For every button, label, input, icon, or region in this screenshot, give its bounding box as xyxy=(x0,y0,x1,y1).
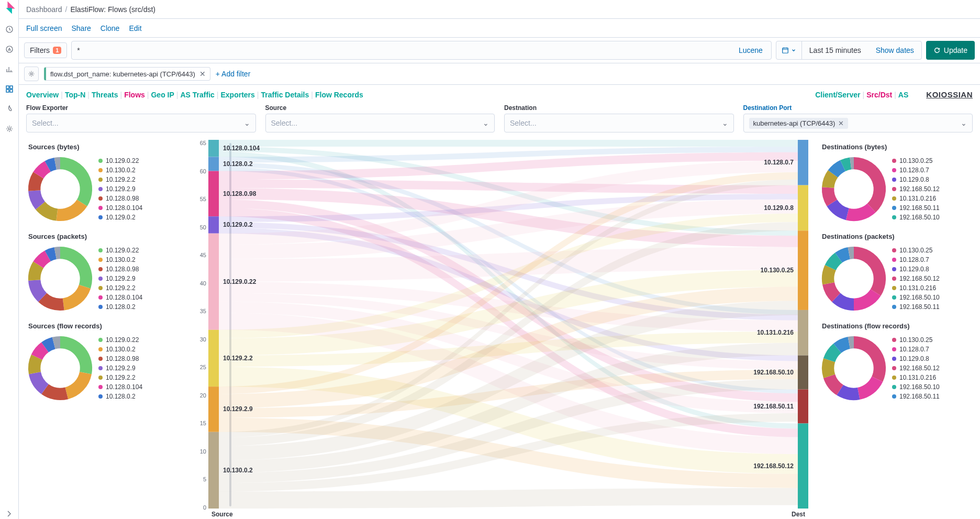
legend-item[interactable]: 10.128.0.7 xyxy=(892,167,973,174)
legend-item[interactable]: 192.168.50.12 xyxy=(892,275,973,282)
legend-item[interactable]: 10.128.0.104 xyxy=(98,294,179,301)
legend-item[interactable]: 10.129.2.9 xyxy=(98,365,179,372)
dest-flows-donut[interactable] xyxy=(820,334,888,402)
dashboard-icon[interactable] xyxy=(4,84,15,94)
legend-label: 192.168.50.11 xyxy=(899,393,940,400)
tab-as-traffic[interactable]: AS Traffic xyxy=(180,91,214,99)
tabs-left: Overview|Top-N|Threats|Flows|Geo IP|AS T… xyxy=(26,91,363,99)
destination-select[interactable]: Select...⌄ xyxy=(504,114,734,132)
calendar-button[interactable] xyxy=(776,41,802,59)
legend-item[interactable]: 10.129.0.8 xyxy=(892,355,973,362)
flow-exporter-select[interactable]: Select...⌄ xyxy=(26,114,256,132)
brand-name[interactable]: KOIOSSIAN xyxy=(926,90,973,99)
legend-item[interactable]: 10.129.0.22 xyxy=(98,247,179,254)
tab-top-n[interactable]: Top-N xyxy=(65,91,85,99)
tab-client-server[interactable]: Client/Server xyxy=(815,91,860,99)
legend-label: 10.129.0.8 xyxy=(899,355,929,362)
collapse-icon[interactable] xyxy=(4,509,15,519)
dest-bytes-donut[interactable] xyxy=(820,155,888,223)
discover-icon[interactable] xyxy=(4,44,15,54)
legend-item[interactable]: 10.129.0.8 xyxy=(892,266,973,273)
full-screen-button[interactable]: Full screen xyxy=(26,24,62,32)
legend-item[interactable]: 10.130.0.25 xyxy=(892,247,973,254)
legend-item[interactable]: 10.130.0.2 xyxy=(98,346,179,353)
legend-item[interactable]: 10.128.0.98 xyxy=(98,355,179,362)
show-dates-button[interactable]: Show dates xyxy=(868,46,921,54)
legend-item[interactable]: 10.129.0.22 xyxy=(98,336,179,344)
tab-threats[interactable]: Threats xyxy=(92,91,118,99)
sankey-chart[interactable] xyxy=(208,140,808,509)
legend-item[interactable]: 192.168.50.12 xyxy=(892,185,973,193)
query-input[interactable] xyxy=(77,46,736,54)
legend-item[interactable]: 10.129.0.22 xyxy=(98,157,179,164)
filter-chip[interactable]: flow.dst_port_name: kubernetes-api (TCP/… xyxy=(44,67,210,81)
legend-swatch xyxy=(892,168,896,172)
filters-box[interactable]: Filters 1 xyxy=(24,42,67,58)
legend-swatch xyxy=(98,347,103,351)
legend-item[interactable]: 10.128.0.2 xyxy=(98,393,179,400)
legend-item[interactable]: 10.130.0.2 xyxy=(98,167,179,174)
legend-item[interactable]: 192.168.50.12 xyxy=(892,365,973,372)
breadcrumb-root[interactable]: Dashboard xyxy=(26,5,62,14)
query-language-toggle[interactable]: Lucene xyxy=(736,46,766,54)
tab-geo-ip[interactable]: Geo IP xyxy=(151,91,174,99)
legend-item[interactable]: 192.168.50.11 xyxy=(892,303,973,311)
legend-swatch xyxy=(892,366,896,370)
legend-label: 10.130.0.25 xyxy=(899,336,932,344)
legend-item[interactable]: 10.128.0.2 xyxy=(98,303,179,311)
tab-flow-records[interactable]: Flow Records xyxy=(315,91,363,99)
clone-button[interactable]: Clone xyxy=(101,24,120,32)
sources-flows-donut[interactable] xyxy=(26,334,94,402)
tab-as[interactable]: AS xyxy=(898,91,908,99)
legend-item[interactable]: 10.129.2.2 xyxy=(98,176,179,183)
legend-item[interactable]: 10.129.2.9 xyxy=(98,275,179,282)
update-button[interactable]: Update xyxy=(926,41,975,60)
legend-item[interactable]: 10.130.0.25 xyxy=(892,157,973,164)
dest-packets-donut[interactable] xyxy=(820,245,888,313)
legend-item[interactable]: 10.128.0.98 xyxy=(98,195,179,202)
legend-item[interactable]: 10.128.0.104 xyxy=(98,383,179,391)
legend-item[interactable]: 10.128.0.7 xyxy=(892,256,973,263)
legend-item[interactable]: 10.131.0.216 xyxy=(892,195,973,202)
legend-item[interactable]: 192.168.50.10 xyxy=(892,214,973,221)
sources-packets-donut[interactable] xyxy=(26,245,94,313)
legend-item[interactable]: 10.129.2.2 xyxy=(98,284,179,292)
legend-item[interactable]: 10.129.0.2 xyxy=(98,214,179,221)
recent-icon[interactable] xyxy=(4,24,15,35)
management-icon[interactable] xyxy=(4,124,15,134)
legend-item[interactable]: 192.168.50.10 xyxy=(892,383,973,391)
clear-chip-icon[interactable]: ✕ xyxy=(838,119,844,127)
canvas-icon[interactable] xyxy=(4,104,15,114)
visualize-icon[interactable] xyxy=(4,64,15,74)
tab-exporters[interactable]: Exporters xyxy=(220,91,254,99)
filter-settings-button[interactable] xyxy=(24,67,39,81)
tab-src-dst[interactable]: Src/Dst xyxy=(866,91,892,99)
tab-traffic-details[interactable]: Traffic Details xyxy=(261,91,309,99)
sources-bytes-donut[interactable] xyxy=(26,155,94,223)
legend-item[interactable]: 192.168.50.10 xyxy=(892,294,973,301)
legend-item[interactable]: 10.131.0.216 xyxy=(892,374,973,381)
tab-overview[interactable]: Overview xyxy=(26,91,59,99)
legend-swatch xyxy=(98,305,103,309)
legend-item[interactable]: 10.128.0.98 xyxy=(98,266,179,273)
legend-item[interactable]: 10.128.0.104 xyxy=(98,204,179,212)
dest-flows-legend: 10.130.0.2510.128.0.710.129.0.8192.168.5… xyxy=(892,336,973,400)
edit-button[interactable]: Edit xyxy=(129,24,141,32)
share-button[interactable]: Share xyxy=(71,24,91,32)
tab-flows[interactable]: Flows xyxy=(124,91,145,99)
legend-item[interactable]: 10.129.2.9 xyxy=(98,185,179,193)
legend-item[interactable]: 10.131.0.216 xyxy=(892,284,973,292)
source-select[interactable]: Select...⌄ xyxy=(265,114,495,132)
legend-item[interactable]: 10.129.2.2 xyxy=(98,374,179,381)
legend-item[interactable]: 10.130.0.25 xyxy=(892,336,973,344)
legend-item[interactable]: 10.129.0.8 xyxy=(892,176,973,183)
destination-port-select[interactable]: kubernetes-api (TCP/6443) ✕ ⌄ xyxy=(743,114,973,132)
remove-filter-chip-icon[interactable]: ✕ xyxy=(199,70,206,78)
kibana-logo-icon[interactable] xyxy=(4,4,15,15)
legend-item[interactable]: 10.130.0.2 xyxy=(98,256,179,263)
legend-item[interactable]: 10.128.0.7 xyxy=(892,346,973,353)
legend-item[interactable]: 192.168.50.11 xyxy=(892,393,973,400)
add-filter-button[interactable]: + Add filter xyxy=(216,70,251,78)
legend-item[interactable]: 192.168.50.11 xyxy=(892,204,973,212)
time-range-text[interactable]: Last 15 minutes xyxy=(802,46,868,54)
